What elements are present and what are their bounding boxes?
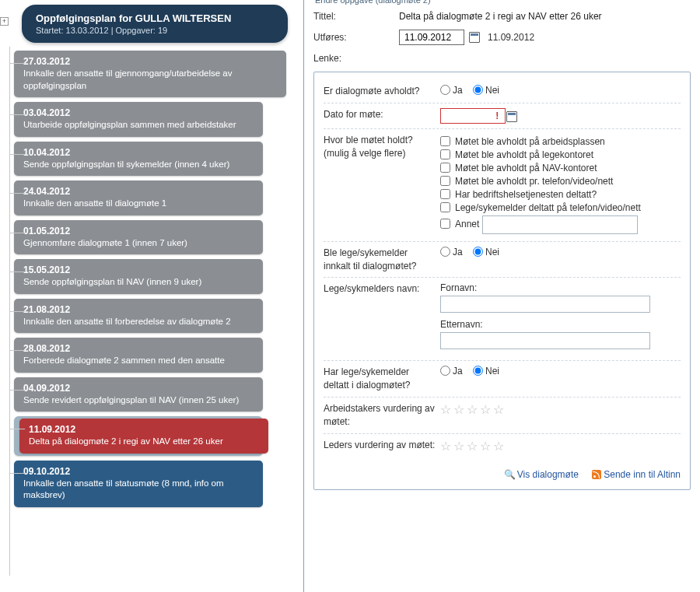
label-link: Lenke: [313,53,399,64]
where-checkbox[interactable] [440,189,450,199]
where-checkbox[interactable] [440,163,450,173]
task-card[interactable]: 03.04.2012Utarbeide oppfølgingsplan samm… [14,102,263,137]
task-label: Sende revidert oppfølgingsplan til NAV (… [23,394,254,407]
task-row: 28.08.2012Forberede dialogmøte 2 sammen … [14,338,288,373]
task-row: 04.09.2012Sende revidert oppfølgingsplan… [14,377,288,412]
meeting-details-panel: Er dialogmøte avholdt? Ja Nei Dato for m… [313,72,691,490]
value-title: Delta på dialogmøte 2 i regi av NAV ette… [399,11,602,22]
star-icon[interactable]: ☆ [493,403,504,416]
plan-header[interactable]: Oppfølgingsplan for GULLA WILTERSEN Star… [22,5,288,43]
task-card[interactable]: 11.09.2012Delta på dialogmøte 2 i regi a… [19,419,268,454]
star-icon[interactable]: ☆ [480,440,491,453]
where-other-label: Annet [455,219,479,229]
where-checkbox[interactable] [440,136,450,146]
where-option[interactable]: Møtet ble avholdt på legekontoret [440,149,681,160]
send-altinn-link[interactable]: Sende inn til Altinn [592,469,681,480]
task-card[interactable]: 04.09.2012Sende revidert oppfølgingsplan… [14,377,263,412]
tree-expand-icon[interactable]: + [0,17,9,26]
where-option[interactable]: Lege/sykemelder deltatt på telefon/video… [440,202,681,213]
task-row: 27.03.2012Innkalle den ansatte til gjenn… [14,51,288,97]
where-option[interactable]: Har bedriftshelsetjenesten deltatt? [440,189,681,200]
calendar-icon[interactable] [469,32,480,43]
task-date: 09.10.2012 [23,466,254,477]
lastname-input[interactable] [440,332,650,349]
task-date: 15.05.2012 [23,264,254,275]
where-checkbox[interactable] [440,202,450,212]
where-option[interactable]: Møtet ble avholdt på NAV-kontoret [440,163,681,173]
held-yes[interactable]: Ja [440,85,463,96]
where-option-label: Møtet ble avholdt på legekontoret [455,149,593,160]
leader-rating-stars[interactable]: ☆☆☆☆☆ [440,439,681,454]
calendar-icon[interactable] [506,111,517,122]
where-option[interactable]: Møtet ble avholdt pr. telefon/video/nett [440,176,681,187]
task-row: 24.04.2012Innkalle den ansatte til dialo… [14,180,288,215]
task-label: Innkalle den ansatte til dialogmøte 1 [23,198,254,210]
execute-date-input[interactable] [399,30,464,45]
row-leader-rating: Leders vurdering av møtet: ☆☆☆☆☆ [324,434,681,458]
task-card[interactable]: 28.08.2012Forberede dialogmøte 2 sammen … [14,338,263,373]
task-row: 01.05.2012Gjennomføre dialogmøte 1 (inne… [14,220,288,255]
star-icon[interactable]: ☆ [493,440,504,453]
timeline-connector [9,154,25,155]
task-card[interactable]: 24.04.2012Innkalle den ansatte til dialo… [14,180,263,215]
row-doctor-name: Lege/sykmelders navn: Fornavn: Etternavn… [324,278,681,361]
employee-rating-stars[interactable]: ☆☆☆☆☆ [440,402,681,429]
task-card[interactable]: 15.05.2012Sende oppfølgingsplan til NAV … [14,259,263,294]
where-checkbox[interactable] [440,176,450,186]
doctor-attended-no[interactable]: Nei [473,366,499,377]
row-where: Hvor ble møtet holdt? (mulig å velge fle… [324,129,681,242]
label-doctor-name: Lege/sykmelders navn: [324,282,440,356]
where-option-label: Møtet ble avholdt pr. telefon/video/nett [455,176,613,187]
where-checkbox[interactable] [440,149,450,159]
task-card[interactable]: 27.03.2012Innkalle den ansatte til gjenn… [14,51,286,97]
task-row: 10.04.2012Sende oppfølgingsplan til syke… [14,142,288,177]
task-date: 24.04.2012 [23,186,254,197]
star-icon[interactable]: ☆ [480,403,491,416]
task-row: 09.10.2012Innkalle den ansatte til statu… [14,461,288,507]
star-icon[interactable]: ☆ [467,440,478,453]
timeline-connector [9,311,25,312]
task-card[interactable]: 09.10.2012Innkalle den ansatte til statu… [14,461,263,507]
timeline-connector [9,63,25,64]
required-warning-icon: ! [495,110,499,121]
star-icon[interactable]: ☆ [453,403,464,416]
held-no[interactable]: Nei [473,85,499,96]
row-employee-rating: Arbeidstakers vurdering av møtet: ☆☆☆☆☆ [324,398,681,434]
panel-footer-actions: Vis dialogmøte Sende inn til Altinn [324,469,681,480]
where-checkbox[interactable] [440,219,450,229]
task-card[interactable]: 21.08.2012Innkalle den ansatte til forbe… [14,299,263,334]
row-execute: Utføres: 11.09.2012 [313,30,691,45]
row-title: Tittel: Delta på dialogmøte 2 i regi av … [313,11,691,22]
label-doctor-called: Ble lege/sykemelder innkalt til dialogmø… [324,247,440,273]
task-row: 21.08.2012Innkalle den ansatte til forbe… [14,299,288,334]
label-title: Tittel: [313,11,399,22]
row-held: Er dialogmøte avholdt? Ja Nei [324,80,681,103]
star-icon[interactable]: ☆ [440,440,451,453]
task-card[interactable]: 10.04.2012Sende oppfølgingsplan til syke… [14,142,263,177]
task-date: 04.09.2012 [23,383,254,394]
doctor-attended-yes[interactable]: Ja [440,366,463,377]
task-row: 15.05.2012Sende oppfølgingsplan til NAV … [14,259,288,294]
where-other-input[interactable] [482,215,638,234]
timeline-connector [9,473,25,474]
task-date: 21.08.2012 [23,304,254,315]
task-label: Innkalle den ansatte til statusmøte (8 m… [23,478,254,502]
task-card[interactable]: 01.05.2012Gjennomføre dialogmøte 1 (inne… [14,220,263,255]
where-option-other[interactable]: Annet [440,215,681,234]
firstname-input[interactable] [440,296,650,313]
task-label: Forberede dialogmøte 2 sammen med den an… [23,355,254,367]
doctor-called-no[interactable]: Nei [473,247,499,257]
label-employee-rating: Arbeidstakers vurdering av møtet: [324,402,440,429]
star-icon[interactable]: ☆ [440,403,451,416]
rss-icon [592,470,601,479]
doctor-called-yes[interactable]: Ja [440,247,463,257]
star-icon[interactable]: ☆ [467,403,478,416]
where-option[interactable]: Møtet ble avholdt på arbeidsplassen [440,136,681,147]
task-date: 27.03.2012 [23,56,277,67]
task-date: 28.08.2012 [23,343,254,354]
view-meeting-link[interactable]: Vis dialogmøte [504,469,579,480]
plan-subtitle: Startet: 13.03.2012 | Oppgaver: 19 [36,26,274,35]
star-icon[interactable]: ☆ [453,440,464,453]
label-held: Er dialogmøte avholdt? [324,85,440,98]
where-option-label: Møtet ble avholdt på arbeidsplassen [455,136,605,147]
